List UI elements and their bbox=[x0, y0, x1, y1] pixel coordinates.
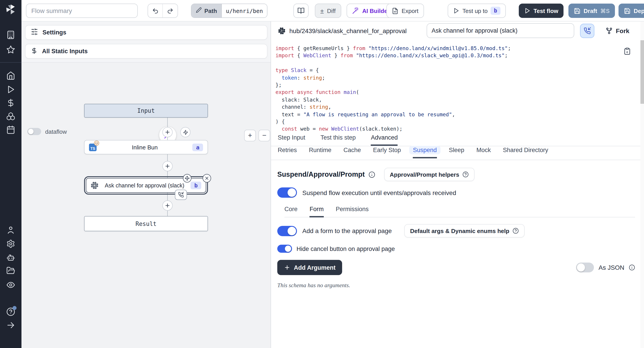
settings-gear-icon[interactable] bbox=[6, 239, 15, 248]
runs-play-icon[interactable] bbox=[6, 85, 15, 94]
step-id-badge: b bbox=[191, 182, 201, 189]
suspend-flow-toggle[interactable] bbox=[277, 188, 297, 198]
tab-step-input[interactable]: Step Input bbox=[278, 134, 305, 146]
suspend-phone-incoming-icon bbox=[175, 190, 187, 200]
tab-form[interactable]: Form bbox=[310, 206, 324, 218]
home-icon[interactable] bbox=[6, 71, 15, 80]
slack-icon bbox=[91, 182, 98, 189]
static-inputs-label: All Static Inputs bbox=[42, 48, 88, 54]
hide-cancel-label: Hide cancel button on approval page bbox=[296, 245, 395, 252]
tab-permissions[interactable]: Permissions bbox=[336, 206, 369, 218]
workers-robot-icon[interactable] bbox=[6, 253, 15, 262]
trigger-zap-button[interactable] bbox=[180, 127, 190, 137]
static-inputs-row[interactable]: All Static Inputs bbox=[25, 44, 268, 58]
play-icon bbox=[453, 8, 459, 14]
empty-schema-note: This schema has no arguments. bbox=[277, 282, 635, 289]
tab-core[interactable]: Core bbox=[284, 206, 298, 218]
step-label: Ask channel for approval (slack) bbox=[102, 182, 187, 188]
hide-cancel-toggle[interactable] bbox=[277, 245, 292, 253]
undo-redo-group bbox=[148, 4, 178, 18]
copy-code-icon[interactable] bbox=[624, 48, 632, 56]
tab-retries[interactable]: Retries bbox=[278, 147, 297, 158]
info-icon[interactable] bbox=[629, 264, 635, 270]
dataflow-label: dataflow bbox=[45, 128, 67, 135]
flow-settings-row[interactable]: Settings bbox=[25, 25, 268, 40]
step-node-inline-bun[interactable]: TS Inline Bun a bbox=[84, 140, 208, 154]
step-tabs: Step Input Test this step Advanced bbox=[271, 134, 640, 146]
add-form-toggle[interactable] bbox=[277, 226, 297, 236]
suspend-phone-incoming-button[interactable] bbox=[580, 24, 594, 38]
tab-runtime[interactable]: Runtime bbox=[309, 147, 332, 158]
default-args-help-button[interactable]: Default args & Dynamic enums help bbox=[404, 224, 524, 238]
as-json-toggle[interactable] bbox=[576, 262, 594, 272]
users-person-icon[interactable] bbox=[6, 226, 15, 234]
tab-advanced[interactable]: Advanced bbox=[371, 134, 398, 146]
test-up-to-button[interactable]: Test up to b bbox=[448, 4, 506, 18]
expand-sidebar-arrow-icon[interactable] bbox=[6, 321, 15, 330]
insert-step-button[interactable] bbox=[162, 127, 173, 137]
pencil-icon bbox=[196, 7, 202, 14]
notification-dot bbox=[12, 306, 16, 310]
ai-builder-label: AI Builder bbox=[362, 8, 390, 14]
info-icon[interactable] bbox=[368, 171, 375, 178]
tab-shared-directory[interactable]: Shared Directory bbox=[503, 147, 548, 158]
move-step-button[interactable] bbox=[183, 174, 192, 182]
step-id-badge: a bbox=[192, 143, 203, 151]
flow-summary-input[interactable] bbox=[26, 4, 138, 18]
book-open-icon bbox=[298, 7, 304, 14]
test-flow-button[interactable]: Test flow bbox=[519, 4, 564, 18]
tab-sleep[interactable]: Sleep bbox=[449, 147, 464, 158]
tab-cache[interactable]: Cache bbox=[344, 147, 361, 158]
add-form-label: Add a form to the approval page bbox=[302, 227, 392, 234]
docs-book-button[interactable] bbox=[294, 4, 308, 18]
audit-eye-icon[interactable] bbox=[6, 280, 15, 290]
draft-label: Draft bbox=[584, 8, 597, 14]
tab-suspend[interactable]: Suspend bbox=[413, 147, 437, 158]
suspend-title: Suspend/Approval/Prompt bbox=[277, 170, 365, 178]
workspace-building-icon[interactable] bbox=[6, 30, 15, 39]
step-badge: b bbox=[491, 7, 500, 15]
fork-button[interactable]: Fork bbox=[602, 24, 633, 38]
zoom-out-button[interactable]: − bbox=[258, 130, 270, 141]
undo-button[interactable] bbox=[148, 4, 163, 18]
sidebar bbox=[0, 0, 22, 348]
resources-boxes-icon[interactable] bbox=[6, 112, 15, 121]
step-summary-input[interactable] bbox=[427, 23, 574, 38]
flow-graph: dataflow + − Input TS Inline Bun bbox=[22, 62, 270, 348]
export-label: Export bbox=[402, 8, 418, 14]
save-icon bbox=[624, 8, 630, 14]
windmill-logo[interactable] bbox=[5, 4, 16, 15]
redo-button[interactable] bbox=[163, 4, 178, 18]
path-button[interactable]: Path bbox=[192, 4, 222, 18]
folders-icon[interactable] bbox=[6, 266, 15, 275]
step-label: Inline Bun bbox=[97, 144, 192, 150]
result-node[interactable]: Result bbox=[84, 216, 208, 231]
favorites-star-icon[interactable] bbox=[6, 45, 15, 54]
suspend-section: Suspend/Approval/Prompt Approval/Prompt … bbox=[277, 160, 635, 289]
export-button[interactable]: Export bbox=[386, 4, 424, 18]
schedules-calendar-icon[interactable] bbox=[6, 125, 15, 134]
insert-step-button[interactable] bbox=[162, 161, 173, 171]
dataflow-toggle[interactable] bbox=[27, 128, 41, 135]
suspend-subtabs: Core Form Permissions bbox=[284, 206, 635, 218]
deploy-button[interactable]: Deploy bbox=[618, 4, 644, 18]
draft-button[interactable]: Draft ⌘S bbox=[568, 4, 615, 18]
add-argument-button[interactable]: Add Argument bbox=[277, 260, 342, 275]
diff-button[interactable]: ± Diff bbox=[315, 4, 341, 18]
input-node[interactable]: Input bbox=[84, 104, 208, 118]
delete-step-button[interactable] bbox=[202, 174, 211, 182]
draft-shortcut: ⌘S bbox=[600, 8, 610, 14]
insert-step-button[interactable] bbox=[162, 200, 173, 211]
hub-script-path[interactable]: hub/2439/slack/ask_channel_for_approval bbox=[278, 27, 407, 34]
help-icon[interactable] bbox=[6, 307, 15, 316]
approval-prompt-helpers-button[interactable]: Approval/Prompt helpers bbox=[384, 168, 474, 181]
code-editor[interactable]: import { getResumeUrls } from "https://d… bbox=[276, 45, 511, 133]
tab-early-stop[interactable]: Early Stop bbox=[373, 147, 401, 158]
tab-test-this-step[interactable]: Test this step bbox=[320, 134, 356, 146]
path-value[interactable]: u/henri/ben bbox=[222, 4, 267, 18]
variables-dollar-icon[interactable] bbox=[6, 98, 15, 107]
scrollbar-thumb[interactable] bbox=[640, 40, 644, 104]
tab-mock[interactable]: Mock bbox=[476, 147, 491, 158]
panel-scrollbar[interactable] bbox=[640, 22, 644, 348]
zoom-in-button[interactable]: + bbox=[244, 130, 256, 141]
